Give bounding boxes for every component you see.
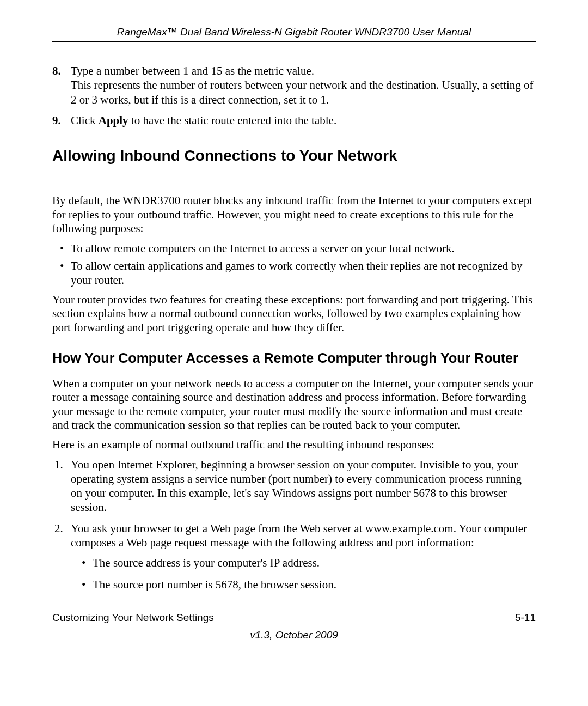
footer-rule: Customizing Your Network Settings 5-11 v… bbox=[52, 608, 536, 641]
example-steps: You open Internet Explorer, beginning a … bbox=[52, 458, 536, 593]
sub-bullet-item: The source address is your computer's IP… bbox=[93, 555, 536, 571]
subsection-title: How Your Computer Accesses a Remote Comp… bbox=[52, 350, 536, 367]
apply-word: Apply bbox=[99, 114, 128, 127]
bullet-item: To allow certain applications and games … bbox=[71, 259, 536, 288]
step-9: 9. Click Apply to have the static route … bbox=[52, 113, 536, 127]
section-intro: By default, the WNDR3700 router blocks a… bbox=[52, 194, 536, 236]
footer-row: Customizing Your Network Settings 5-11 bbox=[52, 612, 536, 624]
step-text-line1: Type a number between 1 and 15 as the me… bbox=[71, 64, 314, 77]
numbered-steps: 8. Type a number between 1 and 15 as the… bbox=[52, 64, 536, 127]
step-number: 8. bbox=[52, 64, 61, 78]
rest-text: to have the static route entered into th… bbox=[128, 114, 337, 127]
footer-left: Customizing Your Network Settings bbox=[52, 612, 214, 624]
example-step-2: You ask your browser to get a Web page f… bbox=[71, 521, 536, 593]
step-text-line2: This represents the number of routers be… bbox=[71, 78, 534, 106]
step-text: Type a number between 1 and 15 as the me… bbox=[71, 64, 534, 106]
step-number: 9. bbox=[52, 113, 61, 127]
purpose-bullets: To allow remote computers on the Interne… bbox=[52, 241, 536, 288]
sub-bullets: The source address is your computer's IP… bbox=[71, 555, 536, 593]
step-text: Click Apply to have the static route ent… bbox=[71, 114, 336, 127]
subsection-para1: When a computer on your network needs to… bbox=[52, 377, 536, 433]
click-word: Click bbox=[71, 114, 99, 127]
example-step-text: You open Internet Explorer, beginning a … bbox=[71, 458, 522, 514]
document-page: RangeMax™ Dual Band Wireless-N Gigabit R… bbox=[0, 0, 588, 706]
example-step-text: You ask your browser to get a Web page f… bbox=[71, 522, 527, 549]
example-step-1: You open Internet Explorer, beginning a … bbox=[71, 458, 536, 515]
bullet-item: To allow remote computers on the Interne… bbox=[71, 241, 536, 255]
section-title: Allowing Inbound Connections to Your Net… bbox=[52, 147, 536, 169]
sub-bullet-item: The source port number is 5678, the brow… bbox=[93, 577, 536, 593]
step-8: 8. Type a number between 1 and 15 as the… bbox=[52, 64, 536, 107]
section-after-bullets: Your router provides two features for cr… bbox=[52, 293, 536, 335]
page-header-title: RangeMax™ Dual Band Wireless-N Gigabit R… bbox=[52, 26, 536, 42]
subsection-para2: Here is an example of normal outbound tr… bbox=[52, 438, 536, 452]
footer-version: v1.3, October 2009 bbox=[52, 629, 536, 641]
footer-right: 5-11 bbox=[515, 612, 536, 624]
